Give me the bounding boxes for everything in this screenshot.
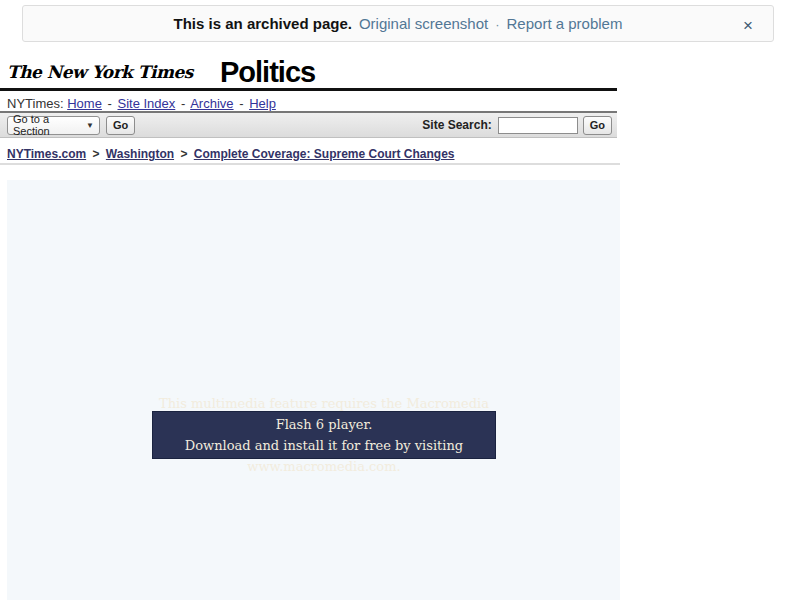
breadcrumb-washington[interactable]: Washington [106,147,174,161]
original-screenshot-link[interactable]: Original screenshot [359,15,488,32]
go-to-section-select-value: Go to a Section [13,113,86,137]
site-search-input[interactable] [498,117,578,134]
section-toolbar: Go to a Section ▼ Go Site Search: Go [0,111,617,138]
breadcrumb: NYTimes.com > Washington > Complete Cove… [7,147,455,161]
breadcrumb-supreme-court[interactable]: Complete Coverage: Supreme Court Changes [194,147,455,161]
nytimes-logo[interactable]: The New York Times [7,62,193,82]
section-go-button[interactable]: Go [106,116,135,135]
chevron-down-icon: ▼ [86,121,94,130]
close-icon[interactable]: × [739,14,757,38]
breadcrumb-separator: > [93,147,100,161]
nav-link-site-index[interactable]: Site Index [117,96,175,111]
site-search-label: Site Search: [422,118,491,132]
nav-link-help[interactable]: Help [249,96,276,111]
site-nav-prefix: NYTimes: [7,96,64,111]
masthead-rule [0,88,617,91]
archive-banner-content: This is an archived page. Original scree… [174,15,623,32]
go-to-section-select[interactable]: Go to a Section ▼ [7,116,100,135]
site-search-group: Site Search: Go [422,116,612,135]
multimedia-content-area: This multimedia feature requires the Mac… [7,180,620,600]
archived-nytimes-page: This is an archived page. Original scree… [0,0,798,600]
nav-separator: - [239,96,243,111]
nav-link-archive[interactable]: Archive [190,96,233,111]
flash-notice-line2: Download and install it for free by visi… [153,435,495,477]
breadcrumb-nytimes[interactable]: NYTimes.com [7,147,86,161]
nav-link-home[interactable]: Home [67,96,102,111]
breadcrumb-rule [0,163,620,165]
search-go-button[interactable]: Go [583,116,612,135]
site-nav: NYTimes: Home - Site Index - Archive - H… [7,96,276,111]
archive-banner: This is an archived page. Original scree… [22,5,774,42]
nav-separator: - [181,96,185,111]
nav-separator: - [108,96,112,111]
flash-notice-line1: This multimedia feature requires the Mac… [153,393,495,435]
flash-required-notice: This multimedia feature requires the Mac… [152,411,496,459]
report-problem-link[interactable]: Report a problem [507,15,623,32]
page-title: Politics [220,56,315,89]
archive-banner-title: This is an archived page. [174,15,352,32]
breadcrumb-separator: > [180,147,187,161]
banner-link-separator: · [495,17,499,32]
